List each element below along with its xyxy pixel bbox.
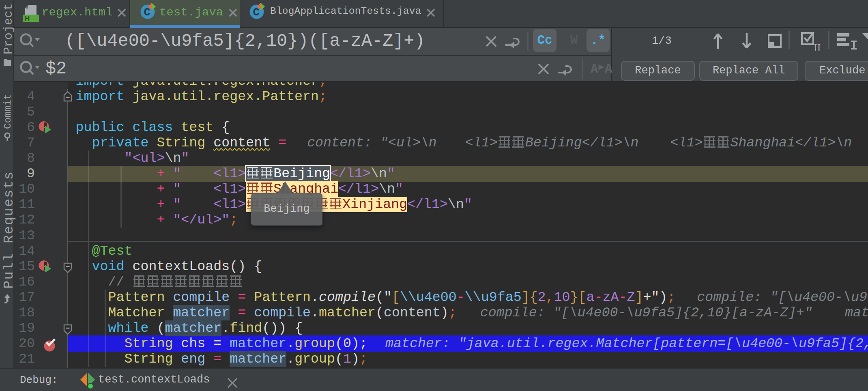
svg-text:C: C [253, 6, 260, 19]
svg-text:II: II [814, 42, 821, 52]
svg-text:H: H [25, 15, 30, 22]
svg-text:C: C [144, 6, 150, 19]
